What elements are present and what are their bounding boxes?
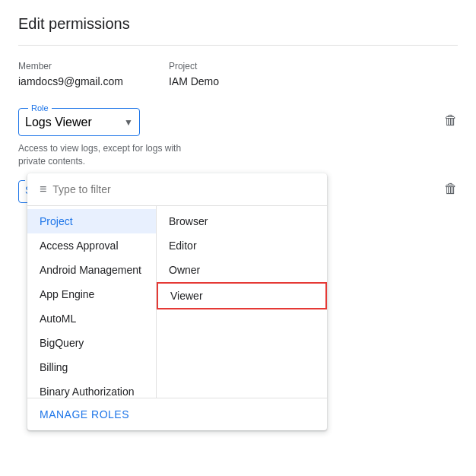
left-item-project[interactable]: Project xyxy=(27,209,156,233)
page-title: Edit permissions xyxy=(18,15,458,46)
manage-roles-row: MANAGE ROLES xyxy=(27,398,327,430)
right-item-browser[interactable]: Browser xyxy=(157,209,327,233)
dropdown-overlay: ≡ ProjectAccess ApprovalAndroid Manageme… xyxy=(27,173,327,430)
left-item-billing[interactable]: Billing xyxy=(27,355,156,379)
member-project-row: Member iamdocs9@gmail.com Project IAM De… xyxy=(18,61,458,88)
second-delete-button[interactable]: 🗑 xyxy=(444,181,458,197)
right-item-editor[interactable]: Editor xyxy=(157,233,327,258)
left-item-access-approval[interactable]: Access Approval xyxy=(27,233,156,258)
filter-icon: ≡ xyxy=(40,182,46,196)
left-item-android-management[interactable]: Android Management xyxy=(27,258,156,282)
left-column: ProjectAccess ApprovalAndroid Management… xyxy=(27,206,157,398)
role-selected-value: Logs Viewer xyxy=(25,116,92,129)
role-section: Role Logs Viewer ▼ Access to view logs, … xyxy=(18,103,458,168)
left-item-bigquery[interactable]: BigQuery xyxy=(27,331,156,355)
left-item-app-engine[interactable]: App Engine xyxy=(27,282,156,306)
filter-input[interactable] xyxy=(52,183,315,195)
right-item-owner[interactable]: Owner xyxy=(157,258,327,282)
manage-roles-link[interactable]: MANAGE ROLES xyxy=(40,408,129,420)
right-column: BrowserEditorOwnerViewer xyxy=(157,206,327,398)
page-container: Edit permissions Member iamdocs9@gmail.c… xyxy=(0,0,476,476)
right-item-viewer[interactable]: Viewer xyxy=(157,282,327,309)
role-fieldset-legend: Role xyxy=(28,103,52,113)
role-description: Access to view logs, except for logs wit… xyxy=(18,142,201,168)
project-value: IAM Demo xyxy=(169,75,219,87)
member-field-group: Member iamdocs9@gmail.com xyxy=(18,61,123,88)
left-item-binary-authorization[interactable]: Binary Authorization xyxy=(27,379,156,398)
role-dropdown-arrow[interactable]: ▼ xyxy=(124,117,133,128)
member-value: iamdocs9@gmail.com xyxy=(18,75,123,87)
dropdown-columns: ProjectAccess ApprovalAndroid Management… xyxy=(27,206,327,398)
role-fieldset: Role Logs Viewer ▼ xyxy=(18,103,140,136)
left-item-automl[interactable]: AutoML xyxy=(27,306,156,331)
filter-row: ≡ xyxy=(27,173,327,206)
role-row: Role Logs Viewer ▼ xyxy=(18,103,458,136)
project-label: Project xyxy=(169,61,219,71)
project-field-group: Project IAM Demo xyxy=(169,61,219,88)
first-delete-button[interactable]: 🗑 xyxy=(444,113,458,129)
member-label: Member xyxy=(18,61,123,71)
